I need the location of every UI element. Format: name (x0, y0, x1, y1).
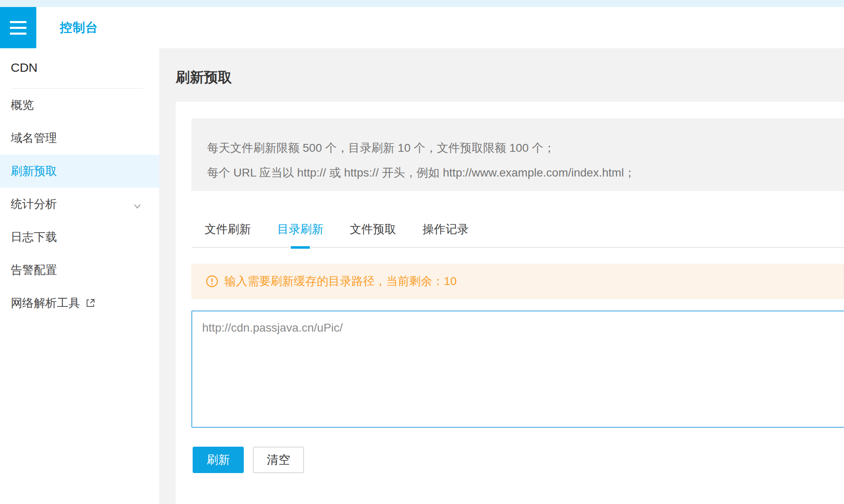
tab-file-refresh[interactable]: 文件刷新 (191, 212, 264, 247)
directory-url-input[interactable]: http://cdn.passjava.cn/uPic/ (191, 311, 844, 428)
clear-button[interactable]: 清空 (253, 447, 304, 473)
sidebar-section-title: CDN (11, 61, 38, 75)
top-strip (0, 0, 844, 7)
alert-text: 输入需要刷新缓存的目录路径，当前剩余：10 (224, 273, 457, 289)
tab-bar: 文件刷新 目录刷新 文件预取 操作记录 (191, 212, 844, 248)
tab-operation-record[interactable]: 操作记录 (409, 212, 482, 247)
active-tab-underline (291, 246, 310, 249)
header: 控制台 (0, 7, 844, 48)
sidebar-item-statistics[interactable]: 统计分析 (0, 188, 159, 221)
sidebar-item-label: 刷新预取 (11, 163, 57, 179)
action-buttons: 刷新 清空 (193, 447, 304, 473)
external-link-icon (85, 298, 96, 309)
tab-directory-refresh[interactable]: 目录刷新 (264, 212, 337, 247)
cdn-console-page: 控制台 CDN 概览 域名管理 刷新预取 统计分析 (0, 0, 844, 504)
tab-file-prefetch[interactable]: 文件预取 (337, 212, 409, 247)
sidebar-item-overview[interactable]: 概览 (0, 89, 159, 122)
sidebar-item-label: 概览 (11, 97, 34, 113)
console-title[interactable]: 控制台 (60, 7, 98, 48)
hamburger-menu-button[interactable] (0, 7, 36, 48)
sidebar-item-label: 网络解析工具 (11, 295, 80, 311)
sidebar: CDN 概览 域名管理 刷新预取 统计分析 日志下载 (0, 48, 159, 504)
sidebar-item-label: 域名管理 (11, 130, 57, 146)
quota-notice-line1: 每天文件刷新限额 500 个，目录刷新 10 个，文件预取限额 100 个； (207, 136, 844, 160)
sidebar-item-label: 告警配置 (11, 262, 57, 278)
sidebar-item-alarm-config[interactable]: 告警配置 (0, 254, 159, 287)
main-content: 刷新预取 每天文件刷新限额 500 个，目录刷新 10 个，文件预取限额 100… (159, 48, 844, 504)
exclamation-circle-icon (205, 275, 219, 288)
refresh-prefetch-card: 每天文件刷新限额 500 个，目录刷新 10 个，文件预取限额 100 个； 每… (176, 102, 844, 504)
refresh-button[interactable]: 刷新 (193, 447, 244, 473)
chevron-down-icon (133, 202, 142, 211)
sidebar-item-refresh-prefetch[interactable]: 刷新预取 (0, 155, 159, 188)
hamburger-icon (10, 21, 26, 23)
quota-notice-line2: 每个 URL 应当以 http:// 或 https:// 开头，例如 http… (207, 160, 844, 185)
page-title: 刷新预取 (176, 68, 232, 87)
sidebar-item-label: 日志下载 (11, 229, 57, 245)
sidebar-item-network-analysis-tool[interactable]: 网络解析工具 (0, 287, 159, 320)
sidebar-nav: 概览 域名管理 刷新预取 统计分析 日志下载 告警配置 (0, 89, 159, 320)
sidebar-item-label: 统计分析 (11, 196, 57, 212)
quota-notice-box: 每天文件刷新限额 500 个，目录刷新 10 个，文件预取限额 100 个； 每… (191, 118, 844, 191)
remaining-quota-alert: 输入需要刷新缓存的目录路径，当前剩余：10 (191, 264, 844, 299)
sidebar-item-log-download[interactable]: 日志下载 (0, 221, 159, 254)
sidebar-item-domain-management[interactable]: 域名管理 (0, 122, 159, 155)
